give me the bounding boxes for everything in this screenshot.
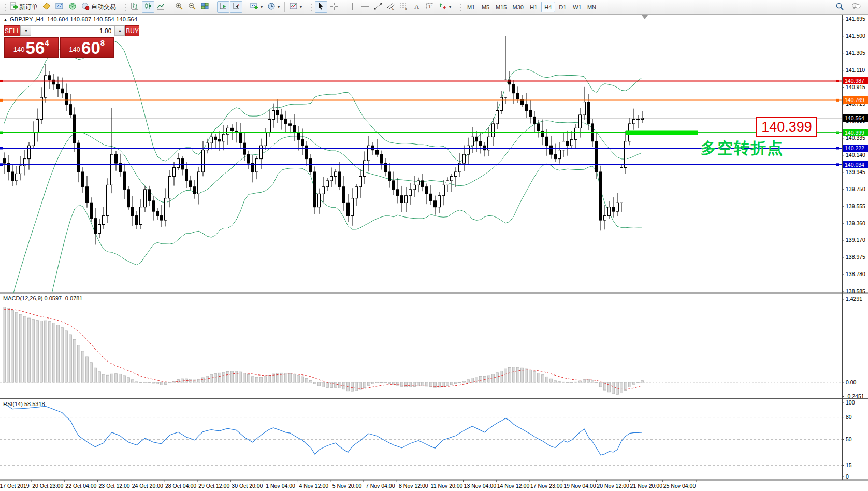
hline-orange-badge: 140.769	[843, 96, 868, 104]
arrows-button[interactable]: ▾	[437, 1, 453, 13]
svg-text:138.975: 138.975	[846, 254, 865, 260]
chart-shift-button[interactable]	[230, 1, 242, 13]
chart-periods-button[interactable]: ▾	[265, 1, 282, 13]
svg-text:14 Nov 12:00: 14 Nov 12:00	[497, 483, 530, 489]
tile-windows-button[interactable]	[199, 1, 211, 13]
hline-blue-2-badge: 140.034	[843, 161, 868, 168]
svg-text:139.360: 139.360	[846, 220, 865, 226]
highlight-segment[interactable]	[626, 131, 698, 135]
sell-quote-panel[interactable]: 140 56 4	[4, 37, 59, 58]
signals-button[interactable]	[66, 1, 79, 13]
buy-price-big: 140	[69, 43, 80, 56]
separator	[343, 2, 343, 12]
svg-text:1.4291: 1.4291	[846, 296, 862, 302]
dropdown-caret: ▾	[278, 5, 280, 9]
text-button[interactable]: A	[411, 1, 423, 13]
price-callout-box[interactable]: 140.399	[756, 117, 817, 137]
bar-chart-button[interactable]	[129, 1, 141, 13]
svg-text:4 Nov 12:00: 4 Nov 12:00	[299, 483, 328, 489]
timeframe-m1[interactable]: M1	[464, 2, 478, 12]
cursor-button[interactable]	[315, 1, 327, 13]
timeframe-m30[interactable]: M30	[510, 2, 526, 12]
svg-text:139.555: 139.555	[846, 203, 865, 209]
trendline-button[interactable]	[372, 1, 384, 13]
new-order-button[interactable]: 新订单	[7, 1, 40, 13]
volume-input[interactable]	[31, 26, 114, 36]
equidistant-channel-button[interactable]: E	[385, 1, 397, 13]
zoom-in-button[interactable]	[173, 1, 185, 13]
svg-text:100: 100	[846, 399, 855, 406]
indicators-button[interactable]: ▾	[287, 1, 304, 13]
svg-text:30 Oct 20:00: 30 Oct 20:00	[232, 483, 263, 489]
toolbar-grip[interactable]	[311, 2, 313, 12]
new-chart-button[interactable]: ▾	[248, 1, 265, 13]
timeframe-mn[interactable]: MN	[585, 2, 599, 12]
search-button[interactable]	[833, 1, 846, 13]
svg-text:139.945: 139.945	[846, 169, 865, 175]
current-price-badge: 140.564	[843, 114, 868, 122]
price-chart[interactable]: 141.695141.500141.305141.110140.915140.7…	[0, 15, 868, 491]
svg-text:140.915: 140.915	[846, 84, 865, 90]
one-click-trading-panel: SELL ▼ ▲ BUY 140 56 4 140 60 8	[4, 25, 114, 58]
vertical-line-button[interactable]	[346, 1, 358, 13]
fibonacci-icon: F	[400, 2, 408, 12]
zoom-out-icon	[188, 2, 196, 12]
volume-decrease-button[interactable]: ▼	[21, 26, 31, 36]
dropdown-caret: ▾	[300, 5, 302, 9]
toolbar-grip[interactable]	[460, 2, 462, 12]
svg-text:141.110: 141.110	[846, 67, 865, 73]
separator	[170, 2, 170, 12]
text-label-icon: T	[426, 2, 434, 12]
horizontal-line-button[interactable]	[359, 1, 371, 13]
trendline-icon	[374, 2, 382, 12]
text-label-button[interactable]: T	[424, 1, 436, 13]
chat-icon	[851, 2, 861, 12]
chart-shift-icon	[232, 2, 240, 12]
svg-text:20 Nov 12:00: 20 Nov 12:00	[597, 483, 629, 489]
svg-text:141.695: 141.695	[846, 16, 865, 22]
dropdown-caret: ▾	[261, 5, 263, 9]
crosshair-button[interactable]	[328, 1, 340, 13]
svg-text:21 Nov 20:00: 21 Nov 20:00	[630, 483, 663, 489]
equidistant-channel-icon: E	[387, 2, 395, 12]
bar-chart-icon	[131, 2, 139, 12]
buy-price-pip: 8	[100, 39, 105, 47]
buy-quote-panel[interactable]: 140 60 8	[60, 37, 114, 58]
svg-text:28 Oct 04:00: 28 Oct 04:00	[165, 483, 196, 489]
timeframe-h1[interactable]: H1	[527, 2, 541, 12]
main-toolbar: 新订单 自动交易 ▾	[0, 0, 868, 15]
crosshair-icon	[330, 2, 338, 12]
buy-button[interactable]: BUY	[125, 25, 139, 36]
timeframe-m15[interactable]: M15	[493, 2, 509, 12]
candlestick-chart-button[interactable]	[142, 1, 154, 13]
vertical-line-icon	[348, 2, 356, 12]
collapse-panel-icon[interactable]: ▲	[3, 17, 8, 22]
svg-text:13 Nov 04:00: 13 Nov 04:00	[464, 483, 497, 489]
chat-button[interactable]	[849, 1, 863, 13]
market-watch-button[interactable]	[53, 1, 66, 13]
volume-increase-button[interactable]: ▲	[114, 26, 125, 36]
fibonacci-button[interactable]: F	[398, 1, 410, 13]
line-chart-button[interactable]	[155, 1, 167, 13]
toolbar-grip[interactable]	[3, 2, 6, 12]
svg-text:141.500: 141.500	[846, 33, 865, 39]
timeframe-m5[interactable]: M5	[479, 2, 493, 12]
sell-button[interactable]: SELL	[4, 25, 20, 36]
svg-text:138.585: 138.585	[846, 288, 865, 294]
svg-text:20 Oct 23:00: 20 Oct 23:00	[32, 483, 63, 489]
timeframe-h4[interactable]: H4	[541, 2, 555, 12]
svg-text:F: F	[405, 8, 407, 10]
auto-scroll-button[interactable]	[217, 1, 229, 13]
sell-price-pip: 4	[45, 39, 49, 47]
svg-text:8 Nov 12:00: 8 Nov 12:00	[399, 483, 428, 489]
svg-text:140.140: 140.140	[846, 152, 865, 158]
profiles-icon	[42, 2, 51, 12]
toolbar-grip[interactable]	[125, 2, 127, 12]
profiles-button[interactable]	[40, 1, 53, 13]
auto-scroll-icon	[219, 2, 227, 12]
timeframe-w1[interactable]: W1	[570, 2, 584, 12]
autotrading-button[interactable]: 自动交易	[79, 1, 118, 13]
timeframe-d1[interactable]: D1	[556, 2, 570, 12]
new-chart-icon	[250, 2, 258, 12]
zoom-out-button[interactable]	[186, 1, 198, 13]
